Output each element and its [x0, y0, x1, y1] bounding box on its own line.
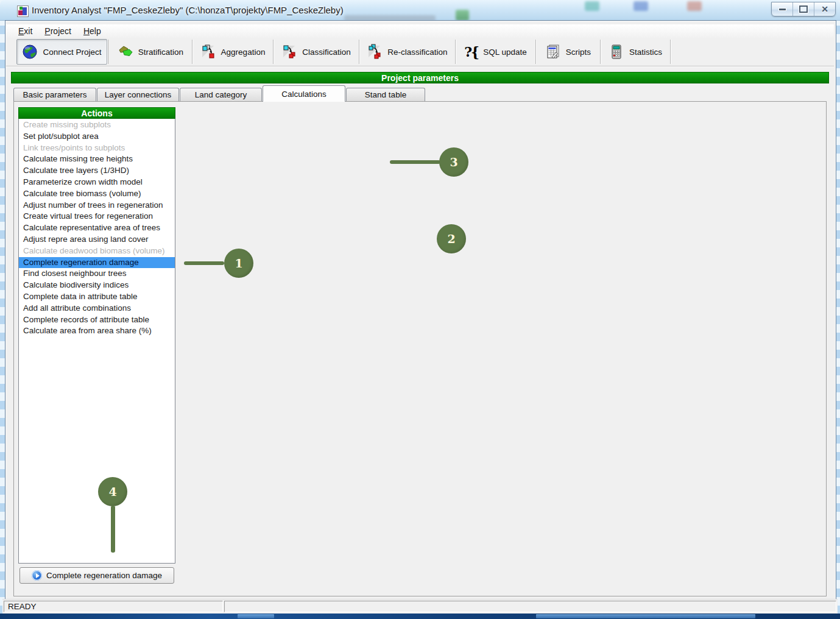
- project-parameters-banner: Project parameters: [11, 72, 829, 83]
- toolbar-separator: [600, 40, 601, 64]
- toolbar-button-label: Stratification: [138, 48, 183, 57]
- minimize-icon: [778, 8, 786, 11]
- toolbar-separator: [455, 40, 456, 64]
- glass-reflection: [585, 1, 599, 11]
- action-adjust-repre-area[interactable]: Adjust repre area using land cover: [19, 234, 175, 246]
- close-button[interactable]: ✕: [814, 2, 835, 16]
- toolbar-scripts-button[interactable]: Scripts: [537, 40, 599, 64]
- status-secondary: [224, 601, 836, 612]
- annotation-line-1: [184, 261, 224, 265]
- tab-stand-table[interactable]: Stand table: [346, 88, 425, 101]
- toolbar-separator: [359, 40, 359, 64]
- app-icon: [17, 5, 29, 17]
- actions-header: Actions: [18, 107, 175, 119]
- taskbar-segment: [238, 614, 274, 618]
- menu-exit[interactable]: Exit: [12, 25, 38, 37]
- banner-title: Project parameters: [381, 73, 459, 83]
- action-set-plot-subplot-area[interactable]: Set plot/subplot area: [19, 131, 175, 143]
- annotation-number: 1: [235, 256, 242, 270]
- action-add-all-attribute-combinations[interactable]: Add all attribute combinations: [19, 303, 175, 314]
- menu-project[interactable]: Project: [38, 25, 77, 37]
- action-calculate-deadwood-biomass[interactable]: Calculate deadwood biomass (volume): [19, 246, 175, 257]
- action-complete-data-in-attribute-table[interactable]: Complete data in attribute table: [19, 291, 175, 303]
- toolbar-button-label: SQL update: [483, 48, 527, 57]
- action-adjust-number-of-trees[interactable]: Adjust number of trees in regeneration: [19, 200, 175, 211]
- reclassification-icon: [367, 44, 383, 60]
- tab-label: Calculations: [281, 90, 326, 99]
- tab-basic-parameters[interactable]: Basic parameters: [13, 88, 96, 101]
- action-calculate-representative-area[interactable]: Calculate representative area of trees: [19, 222, 175, 234]
- tab-land-category[interactable]: Land category: [180, 88, 262, 101]
- run-button-label: Complete regeneration damage: [46, 571, 162, 580]
- globe-icon: [22, 44, 38, 60]
- run-play-icon: [32, 570, 42, 581]
- action-calculate-biodiversity-indices[interactable]: Calculate biodiversity indices: [19, 280, 175, 291]
- toolbar-stratification-button[interactable]: Stratification: [110, 40, 191, 64]
- actions-list: Create missing subplots Set plot/subplot…: [19, 119, 175, 337]
- minimize-button[interactable]: [772, 2, 793, 16]
- action-create-virtual-trees[interactable]: Create virtual trees for regeneration: [19, 211, 175, 222]
- toolbar-separator: [535, 40, 536, 64]
- aggregation-icon: [200, 44, 216, 60]
- toolbar-separator: [670, 40, 671, 64]
- window-controls: ✕: [771, 2, 836, 16]
- glass-reflection: [687, 1, 702, 11]
- toolbar-button-label: Classification: [302, 48, 351, 57]
- taskbar-strip: [0, 614, 840, 619]
- action-link-trees-points-to-subplots[interactable]: Link trees/points to subplots: [19, 143, 175, 154]
- toolbar-sql-update-button[interactable]: ?{ SQL update: [457, 40, 534, 64]
- action-calculate-tree-biomass[interactable]: Calculate tree biomass (volume): [19, 188, 175, 200]
- annotation-number: 3: [450, 155, 457, 169]
- action-calculate-area-from-area-share[interactable]: Calculate area from area share (%): [19, 325, 175, 337]
- scripts-notepad-icon: [545, 44, 561, 60]
- maximize-button[interactable]: [793, 2, 814, 16]
- tab-label: Land category: [195, 90, 247, 99]
- window-title: Inventory Analyst "FMP_CeskeZleby" (C:\h…: [32, 5, 344, 15]
- statistics-calculator-icon: [609, 44, 624, 60]
- toolbar-button-label: Re-classification: [387, 48, 447, 57]
- tab-label: Stand table: [365, 90, 406, 99]
- glass-reflection: [456, 10, 469, 21]
- tab-label: Basic parameters: [23, 90, 86, 99]
- toolbar-connect-project-button[interactable]: Connect Project: [16, 39, 107, 65]
- classification-icon: [281, 44, 297, 60]
- action-complete-records-of-attribute-table[interactable]: Complete records of attribute table: [19, 314, 175, 326]
- action-calculate-tree-layers[interactable]: Calculate tree layers (1/3HD): [19, 165, 175, 177]
- annotation-line-3: [390, 160, 440, 164]
- desktop-screen: Inventory Analyst "FMP_CeskeZleby" (C:\h…: [0, 0, 840, 619]
- annotation-callout-2: 2: [437, 224, 466, 253]
- toolbar-aggregation-button[interactable]: Aggregation: [194, 40, 272, 64]
- tab-layer-connections[interactable]: Layer connections: [97, 88, 179, 101]
- action-calculate-missing-tree-heights[interactable]: Calculate missing tree heights: [19, 154, 175, 165]
- toolbar-separator: [273, 40, 274, 64]
- complete-regeneration-damage-run-button[interactable]: Complete regeneration damage: [19, 567, 174, 584]
- toolbar-statistics-button[interactable]: Statistics: [602, 40, 669, 64]
- glass-reflection: [634, 1, 648, 11]
- actions-header-label: Actions: [81, 108, 112, 118]
- action-complete-regeneration-damage[interactable]: Complete regeneration damage: [19, 257, 175, 269]
- toolbar-separator: [108, 40, 109, 64]
- toolbar-button-label: Statistics: [629, 48, 662, 57]
- toolbar-button-label: Connect Project: [43, 48, 101, 57]
- action-create-missing-subplots[interactable]: Create missing subplots: [19, 119, 175, 131]
- menu-bar: Exit Project Help: [6, 24, 834, 38]
- action-parameterize-crown-width-model[interactable]: Parameterize crown width model: [19, 177, 175, 188]
- toolbar-reclassification-button[interactable]: Re-classification: [361, 40, 454, 64]
- sql-braces-icon: ?{: [464, 44, 478, 60]
- menu-help[interactable]: Help: [77, 25, 107, 37]
- taskbar-segment: [536, 614, 755, 618]
- annotation-number: 4: [108, 485, 116, 498]
- toolbar-classification-button[interactable]: Classification: [275, 40, 358, 64]
- toolbar: Connect Project Stratification Aggregati…: [6, 38, 834, 66]
- status-message: READY: [4, 601, 223, 612]
- toolbar-separator: [192, 40, 192, 64]
- close-icon: ✕: [821, 4, 828, 14]
- annotation-callout-1: 1: [224, 249, 253, 278]
- toolbar-button-label: Aggregation: [221, 48, 266, 57]
- annotation-line-4: [111, 506, 115, 553]
- stratification-icon: [118, 44, 133, 60]
- action-find-closest-neighbour-trees[interactable]: Find closest neighbour trees: [19, 268, 175, 280]
- tab-calculations[interactable]: Calculations: [263, 85, 345, 102]
- toolbar-button-label: Scripts: [566, 48, 591, 57]
- annotation-callout-3: 3: [439, 147, 468, 177]
